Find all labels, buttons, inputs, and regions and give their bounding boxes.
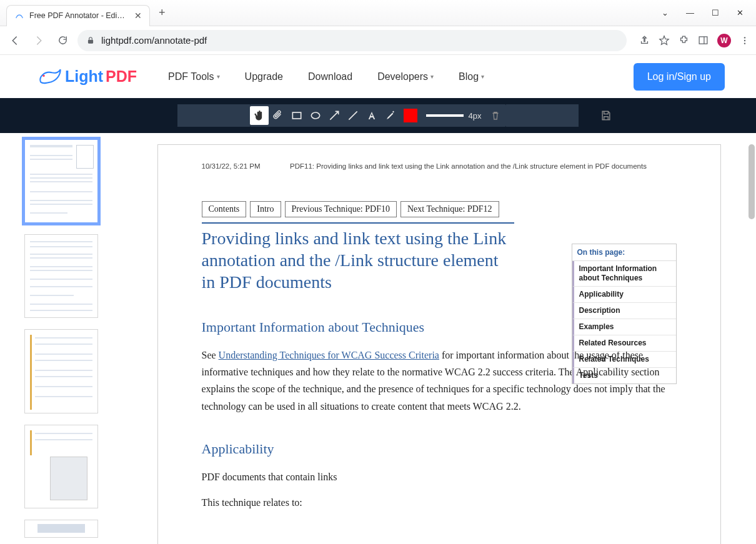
chevron-down-icon: ▾ <box>217 73 220 80</box>
toc-item[interactable]: Related Resources <box>572 335 676 352</box>
stroke-width-label: 4px <box>469 111 482 121</box>
toc-item[interactable]: Examples <box>572 319 676 335</box>
attach-tool[interactable] <box>269 106 287 125</box>
delete-tool[interactable] <box>490 110 501 121</box>
document-viewport[interactable]: 10/31/22, 5:21 PM PDF11: Providing links… <box>122 133 756 544</box>
color-picker[interactable] <box>404 109 417 122</box>
table-of-contents: On this page: Important Information abou… <box>572 244 677 384</box>
page-thumbnail-5[interactable] <box>24 520 98 538</box>
doc-nav-contents[interactable]: Contents <box>202 201 247 217</box>
text-tool[interactable] <box>362 106 381 125</box>
page-timestamp: 10/31/22, 5:21 PM <box>202 162 261 170</box>
bird-icon <box>37 67 62 86</box>
sidepanel-icon[interactable] <box>698 35 709 46</box>
doc-nav-next[interactable]: Next Technique: PDF12 <box>400 201 499 217</box>
svg-point-3 <box>744 37 745 38</box>
nav-developers[interactable]: Developers▾ <box>377 71 434 82</box>
reload-button[interactable] <box>54 32 71 49</box>
section-heading-applicability: Applicability <box>202 441 677 457</box>
tab-title: Free PDF Annotator - Edit, Con <box>29 11 126 20</box>
browser-tab[interactable]: Free PDF Annotator - Edit, Con ✕ <box>6 5 150 26</box>
pdf-favicon <box>14 11 24 21</box>
thumbnail-pane[interactable] <box>0 133 122 544</box>
back-button[interactable] <box>6 32 24 49</box>
close-tab-icon[interactable]: ✕ <box>134 11 142 21</box>
svg-point-6 <box>42 74 44 76</box>
ellipse-tool[interactable] <box>306 106 325 125</box>
nav-blog[interactable]: Blog▾ <box>459 71 484 82</box>
toc-item[interactable]: Related Techniques <box>572 352 676 368</box>
toc-item[interactable]: Applicability <box>572 287 676 303</box>
chevron-down-icon: ▾ <box>430 73 434 80</box>
line-tool[interactable] <box>344 106 362 125</box>
doc-nav: Contents Intro Previous Technique: PDF10… <box>202 201 677 217</box>
toc-item[interactable]: Description <box>572 303 676 319</box>
bookmark-star-icon[interactable] <box>659 35 670 46</box>
minimize-icon[interactable]: — <box>686 8 694 17</box>
window-controls: ⌄ — ☐ ✕ <box>662 8 756 17</box>
page-thumbnail-2[interactable] <box>24 234 98 318</box>
doc-title: Providing links and link text using the … <box>202 222 514 293</box>
toc-item[interactable]: Tests <box>572 368 676 383</box>
hand-tool[interactable] <box>250 106 269 125</box>
chevron-down-icon[interactable]: ⌄ <box>662 8 669 17</box>
svg-rect-7 <box>292 112 301 119</box>
profile-avatar[interactable]: W <box>717 34 731 47</box>
rectangle-tool[interactable] <box>287 106 306 125</box>
nav-pdf-tools[interactable]: PDF Tools▾ <box>168 71 220 82</box>
svg-point-8 <box>311 112 319 119</box>
page-thumbnail-3[interactable] <box>24 329 98 413</box>
maximize-icon[interactable]: ☐ <box>712 8 719 17</box>
svg-rect-0 <box>88 39 93 43</box>
forward-button <box>30 32 47 49</box>
url-text: lightpdf.com/annotate-pdf <box>101 35 207 46</box>
wcag-link[interactable]: Understanding Techniques for WCAG Succes… <box>219 350 439 360</box>
login-button[interactable]: Log in/Sign up <box>634 63 725 91</box>
browser-toolbar: lightpdf.com/annotate-pdf W <box>0 26 756 55</box>
arrow-tool[interactable] <box>325 106 344 125</box>
stroke-width-slider[interactable] <box>426 114 464 117</box>
svg-rect-1 <box>699 37 707 44</box>
svg-point-5 <box>744 42 745 44</box>
pdf-page: 10/31/22, 5:21 PM PDF11: Providing links… <box>157 144 721 544</box>
logo-text-pdf: PDF <box>106 67 137 86</box>
paragraph: This technique relates to: <box>202 494 677 511</box>
page-thumbnail-4[interactable] <box>24 425 98 508</box>
doc-nav-intro[interactable]: Intro <box>250 201 281 217</box>
site-nav: PDF Tools▾ Upgrade Download Developers▾ … <box>168 71 484 82</box>
extensions-icon[interactable] <box>679 35 689 46</box>
page-thumbnail-1[interactable] <box>24 139 98 223</box>
address-bar[interactable]: lightpdf.com/annotate-pdf <box>77 30 627 51</box>
nav-download[interactable]: Download <box>308 71 352 82</box>
kebab-menu-icon[interactable] <box>740 36 750 46</box>
svg-line-9 <box>349 111 357 119</box>
share-icon[interactable] <box>639 35 650 46</box>
logo-text-light: Light <box>65 67 103 86</box>
nav-upgrade[interactable]: Upgrade <box>245 71 283 82</box>
doc-nav-prev[interactable]: Previous Technique: PDF10 <box>285 201 397 217</box>
scrollbar-thumb[interactable] <box>749 144 755 219</box>
toc-heading: On this page: <box>572 244 676 261</box>
lock-icon <box>86 36 95 45</box>
svg-point-4 <box>744 39 745 41</box>
close-window-icon[interactable]: ✕ <box>737 8 744 17</box>
workspace: 10/31/22, 5:21 PM PDF11: Providing links… <box>0 133 756 544</box>
chevron-down-icon: ▾ <box>481 73 484 80</box>
window-titlebar: Free PDF Annotator - Edit, Con ✕ + ⌄ — ☐… <box>0 0 756 26</box>
page-header-text: PDF11: Providing links and link text usi… <box>260 162 676 170</box>
save-button[interactable] <box>600 109 612 122</box>
highlight-tool[interactable] <box>381 106 400 125</box>
annotation-toolbar: 4px <box>0 98 756 133</box>
paragraph: PDF documents that contain links <box>202 468 677 485</box>
toc-item[interactable]: Important Information about Techniques <box>572 261 676 287</box>
new-tab-button[interactable]: + <box>159 6 166 19</box>
site-header: LightPDF PDF Tools▾ Upgrade Download Dev… <box>0 55 756 98</box>
site-logo[interactable]: LightPDF <box>37 67 137 86</box>
